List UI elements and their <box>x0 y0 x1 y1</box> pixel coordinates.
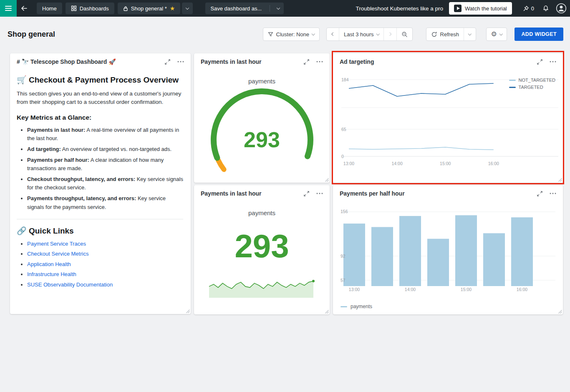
metric-value: 293 <box>194 230 330 262</box>
cluster-filter[interactable]: Cluster: None <box>263 28 320 41</box>
notifications-button[interactable] <box>538 0 553 17</box>
back-button[interactable] <box>17 0 32 17</box>
widget-header: Ad targeting <box>333 53 563 68</box>
payments-per-half-hour-widget: Payments per half hour 156925713:0014:00… <box>333 185 563 314</box>
play-icon <box>454 5 462 12</box>
expand-icon <box>164 59 171 65</box>
legend-label: TARGETED <box>519 85 543 90</box>
sparkline-chart <box>208 274 315 299</box>
time-range-select[interactable]: Last 3 hours <box>339 28 383 40</box>
legend-swatch <box>509 80 516 81</box>
hamburger-icon <box>5 6 12 11</box>
svg-text:65: 65 <box>341 127 346 132</box>
link-item: Infrastructure Health <box>27 271 183 277</box>
pin-icon <box>523 5 529 12</box>
nav-dashboards-button[interactable]: Dashboards <box>66 3 114 14</box>
watch-tutorial-button[interactable]: Watch the tutorial <box>449 2 512 15</box>
widget-menu-button[interactable] <box>177 61 184 63</box>
legend-label: payments <box>351 304 372 309</box>
expand-widget-button[interactable] <box>537 59 543 65</box>
main-menu-button[interactable] <box>0 0 17 17</box>
widget-menu-button[interactable] <box>550 193 556 194</box>
filter-icon <box>268 32 273 37</box>
svg-text:92: 92 <box>340 254 346 259</box>
widget-menu-button[interactable] <box>316 193 323 194</box>
favorite-star-icon[interactable]: ★ <box>170 5 175 11</box>
resize-handle[interactable] <box>325 178 329 182</box>
resize-handle[interactable] <box>558 178 562 182</box>
refresh-options-chevron[interactable] <box>464 28 476 40</box>
svg-text:13:00: 13:00 <box>349 287 360 292</box>
quick-link-checkout-metrics[interactable]: Checkout Service Metrics <box>27 251 88 257</box>
series-label: payments <box>194 209 330 216</box>
widget-title: Ad targeting <box>340 58 530 65</box>
dashboards-label: Dashboards <box>80 5 109 12</box>
time-back-button[interactable] <box>327 28 339 40</box>
chevron-right-icon <box>388 33 391 36</box>
svg-text:0: 0 <box>341 154 344 159</box>
chevron-down-icon <box>499 32 503 35</box>
pinned-items-button[interactable]: 0 <box>519 0 538 17</box>
widget-menu-button[interactable] <box>550 61 556 63</box>
user-avatar-icon <box>556 3 567 14</box>
link-item: SUSE Observability Documentation <box>27 281 183 288</box>
widget-header: # 🔭 Telescope Shop Dashboard 🚀 <box>10 53 191 68</box>
chart-legend: NOT_TARGETED TARGETED <box>509 78 555 92</box>
refresh-icon <box>431 31 437 38</box>
divider <box>17 219 183 219</box>
chevron-down-icon <box>277 6 280 9</box>
svg-text:16:00: 16:00 <box>517 287 527 292</box>
widget-menu-button[interactable] <box>316 61 323 63</box>
resize-handle[interactable] <box>325 310 329 314</box>
expand-widget-button[interactable] <box>537 191 543 197</box>
home-label: Home <box>42 5 57 12</box>
metric-term: Ad targeting: <box>27 146 61 152</box>
refresh-group: Refresh <box>426 28 476 41</box>
chevron-left-icon <box>331 33 335 36</box>
series-label: payments <box>194 78 330 85</box>
quick-link-payment-traces[interactable]: Payment Service Traces <box>27 241 86 247</box>
legend-item-targeted[interactable]: TARGETED <box>509 85 555 90</box>
expand-widget-button[interactable] <box>303 191 310 197</box>
promo-text: Troubleshoot Kubernetes like a pro <box>356 5 443 12</box>
dashboard-settings-button[interactable]: ⚙ <box>487 28 507 40</box>
save-dashboard-as-button[interactable]: Save dashboard as... <box>205 3 267 14</box>
widget-title: Payments per half hour <box>340 190 530 197</box>
expand-widget-button[interactable] <box>164 59 171 65</box>
expand-icon <box>537 191 543 197</box>
svg-text:184: 184 <box>341 77 349 82</box>
pin-count-badge: 0 <box>531 5 534 12</box>
svg-text:15:00: 15:00 <box>440 161 451 166</box>
expand-icon <box>537 59 543 65</box>
quick-link-infrastructure-health[interactable]: Infrastructure Health <box>27 271 76 277</box>
ad-targeting-widget: Ad targeting 18465013:0014:0015:0016:00 … <box>333 53 563 183</box>
resize-handle[interactable] <box>186 309 190 313</box>
quick-link-documentation[interactable]: SUSE Observability Documentation <box>27 281 113 288</box>
zoom-out-button[interactable] <box>396 28 412 40</box>
current-dashboard-button[interactable]: Shop general * ★ <box>118 3 181 14</box>
chevron-down-icon <box>376 32 379 35</box>
dashboard-switcher-chevron[interactable] <box>182 3 193 14</box>
expand-widget-button[interactable] <box>303 59 310 65</box>
ellipsis-icon <box>316 61 323 63</box>
expand-icon <box>303 191 310 197</box>
bar-chart-canvas: 156925713:0014:0015:0016:00 <box>333 202 563 298</box>
save-dashboard-as-group: Save dashboard as... <box>205 3 284 14</box>
markdown-widget: # 🔭 Telescope Shop Dashboard 🚀 🛒 Checkou… <box>10 53 191 314</box>
legend-item-not-targeted[interactable]: NOT_TARGETED <box>509 78 555 83</box>
user-menu-button[interactable] <box>553 0 570 17</box>
ellipsis-icon <box>316 193 323 194</box>
resize-handle[interactable] <box>558 310 562 314</box>
nav-home-button[interactable]: Home <box>37 3 62 14</box>
chevron-down-icon <box>468 32 472 35</box>
ellipsis-icon <box>177 61 184 63</box>
metric-item: Payments throughput, latency, and errors… <box>27 194 183 211</box>
add-widget-button[interactable]: ADD WIDGET <box>515 28 563 41</box>
metric-item: Ad targeting: An overview of targeted vs… <box>27 145 183 153</box>
metrics-list: Payments in last hour: A real-time overv… <box>17 126 183 211</box>
time-forward-button[interactable] <box>383 28 396 40</box>
quick-link-application-health[interactable]: Application Health <box>27 261 71 267</box>
metric-item: Checkout throughput, latency, and errors… <box>27 175 183 192</box>
save-as-options-chevron[interactable] <box>273 3 284 14</box>
refresh-button[interactable]: Refresh <box>426 28 464 40</box>
